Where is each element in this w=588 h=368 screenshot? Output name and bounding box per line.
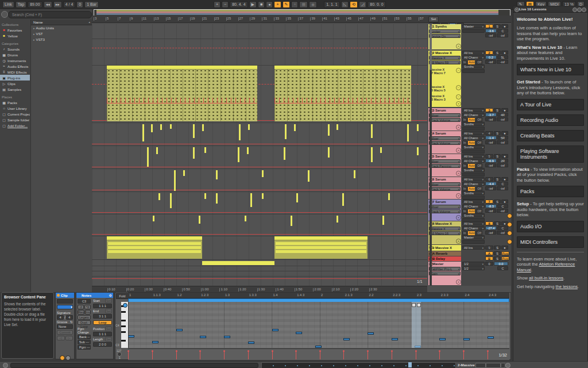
expand-triangle-icon[interactable]: ▸	[33, 32, 35, 36]
short-note-bar[interactable]	[193, 124, 195, 138]
sidebar-item-favorites[interactable]: ■Favorites	[0, 27, 30, 33]
track-activator[interactable]: 9	[485, 246, 493, 250]
midi-note[interactable]	[315, 346, 322, 348]
midi-note[interactable]	[272, 329, 278, 331]
lesson-button-creating-beats[interactable]: Creating Beats	[517, 130, 584, 141]
track-header-a-reverb[interactable]: A ReverbASPost	[428, 251, 510, 256]
send-b-display[interactable]: -inf	[497, 231, 508, 235]
cue-volume[interactable]: 0	[485, 262, 493, 266]
arm-button[interactable]: ●	[501, 154, 508, 158]
midi-note[interactable]	[368, 332, 374, 335]
velocity-stem[interactable]	[152, 351, 153, 359]
track-activator[interactable]: 7	[485, 200, 493, 204]
arm-button[interactable]: ●	[501, 131, 508, 135]
duplicate-loop-button[interactable]: Dupl. Loop	[78, 320, 91, 325]
short-note-bar[interactable]	[291, 216, 292, 226]
track-header-2-massive-x[interactable]: 2 Massive XMassive X59 Macro 59+All InsA…	[428, 51, 510, 107]
velocity-stem[interactable]	[272, 351, 273, 359]
arm-button[interactable]: ●	[501, 24, 508, 28]
device-selector[interactable]: Mixer	[429, 159, 461, 163]
automation-control-chooser[interactable]: Track Volume	[429, 118, 461, 122]
short-note-bar[interactable]	[239, 124, 241, 140]
track-header-3-serum[interactable]: 3 SerumMixerTrack Volume+All InsAll Chan…	[428, 108, 510, 131]
velocity-lane[interactable]	[128, 348, 509, 360]
remove-lane-button[interactable]: −	[456, 68, 461, 73]
short-note-bar[interactable]	[284, 147, 285, 160]
remove-lane-button[interactable]: −	[456, 94, 461, 99]
solo-button[interactable]: S	[494, 251, 501, 255]
pgm-field[interactable]: Pgm ---	[78, 345, 91, 350]
nudge-right-button[interactable]: ▷	[65, 336, 74, 340]
device-selector[interactable]: Mixer	[429, 182, 461, 186]
loop-length-field[interactable]: 80. 0. 0	[368, 1, 385, 8]
input-type-chooser[interactable]: All Ins	[462, 154, 485, 158]
short-note-bar[interactable]	[262, 170, 264, 177]
volume-display[interactable]: -6.9	[485, 159, 497, 163]
clip-audition-toggle[interactable]	[65, 355, 71, 361]
midi-clip-track8[interactable]	[274, 236, 368, 259]
arm-button[interactable]: ●	[501, 200, 508, 204]
lesson-button-packs[interactable]: Packs	[517, 186, 584, 197]
lesson-button-a-tour-of-live[interactable]: A Tour of Live	[517, 99, 584, 110]
add-automation-lane-button[interactable]: +	[456, 125, 461, 130]
add-automation-lane-button[interactable]: +	[456, 148, 461, 153]
input-type-chooser[interactable]: All Ins	[462, 177, 485, 181]
solo-button[interactable]: S	[494, 154, 501, 158]
automation-line[interactable]	[92, 234, 427, 235]
automation-square-wave[interactable]	[107, 98, 257, 103]
input-type-chooser[interactable]: All Ins	[462, 221, 485, 225]
sidebar-item-instruments[interactable]: ◷Instruments	[0, 57, 30, 63]
track-header-7-serum[interactable]: 7 SerumMixerTrack Volume+All InsAll Chan…	[428, 200, 510, 221]
volume-display[interactable]: -27.4	[485, 226, 497, 230]
midi-clip-track9[interactable]	[202, 261, 274, 265]
return-activator[interactable]: B	[485, 256, 493, 260]
short-note-bar[interactable]	[388, 193, 390, 200]
input-type-chooser[interactable]: All Ins	[462, 246, 485, 250]
input-channel-chooser[interactable]: All Chann	[462, 204, 485, 208]
short-note-bar[interactable]	[158, 193, 160, 200]
automation-line[interactable]	[92, 190, 427, 190]
close-icon[interactable]: ×	[514, 7, 519, 12]
input-channel-chooser[interactable]: All Chann	[462, 55, 485, 59]
volume-display[interactable]: -3.6	[485, 29, 497, 33]
midi-clip-track2[interactable]	[274, 66, 411, 121]
stop-button[interactable]: ■	[258, 1, 265, 8]
short-note-bar[interactable]	[248, 124, 250, 130]
master-track-name[interactable]: Master	[428, 262, 461, 266]
automation-control-chooser[interactable]: 59 Macro 59	[429, 60, 461, 64]
send-a-display[interactable]: -inf	[485, 209, 496, 213]
solo-button[interactable]: S	[494, 24, 501, 28]
arm-button[interactable]: ●	[501, 108, 508, 112]
midi-clip-track8[interactable]	[107, 236, 202, 259]
sidebar-item-drums[interactable]: ▦Drums	[0, 52, 30, 57]
device-selector[interactable]: Mixer	[429, 113, 461, 117]
input-channel-chooser[interactable]: All Chann	[462, 182, 485, 186]
return-activator[interactable]: A	[485, 251, 493, 255]
midi-note[interactable]	[296, 332, 302, 334]
add-automation-lane-button[interactable]: +	[456, 193, 461, 198]
short-note-bar[interactable]	[380, 147, 382, 153]
automation-square-wave[interactable]	[274, 98, 411, 103]
clip-title-bar[interactable]	[107, 236, 202, 240]
velocity-stem[interactable]	[392, 351, 392, 359]
preview-volume-knob[interactable]	[505, 363, 510, 368]
short-note-bar[interactable]	[202, 124, 204, 131]
sidebar-item-samples[interactable]: ▤Samples	[0, 86, 30, 92]
short-note-bar[interactable]	[382, 216, 384, 225]
short-note-bar[interactable]	[147, 147, 149, 167]
send-b-display[interactable]: -inf	[497, 163, 508, 167]
groove-refresh-icon[interactable]: ↻	[70, 320, 73, 324]
sidebar-item-yellow[interactable]: ■Yellow	[0, 33, 30, 39]
nudge-left-button[interactable]: ◁	[57, 336, 65, 340]
midi-note[interactable]	[176, 329, 183, 331]
add-automation-lane-button[interactable]: +	[456, 279, 461, 285]
return-track-name[interactable]: A Reverb	[428, 251, 461, 256]
pan-display[interactable]: C	[497, 182, 508, 186]
home-icon[interactable]	[582, 7, 586, 12]
clip-launch-toggle[interactable]	[60, 355, 65, 361]
send-a-display[interactable]: -inf	[485, 117, 496, 121]
inv-button[interactable]: Inv	[85, 310, 91, 315]
velocity-stem[interactable]	[416, 351, 416, 359]
expand-triangle-icon[interactable]: ▸	[33, 38, 35, 41]
sidebar-item-add-folder[interactable]: ▢Add Folder...	[0, 122, 30, 128]
